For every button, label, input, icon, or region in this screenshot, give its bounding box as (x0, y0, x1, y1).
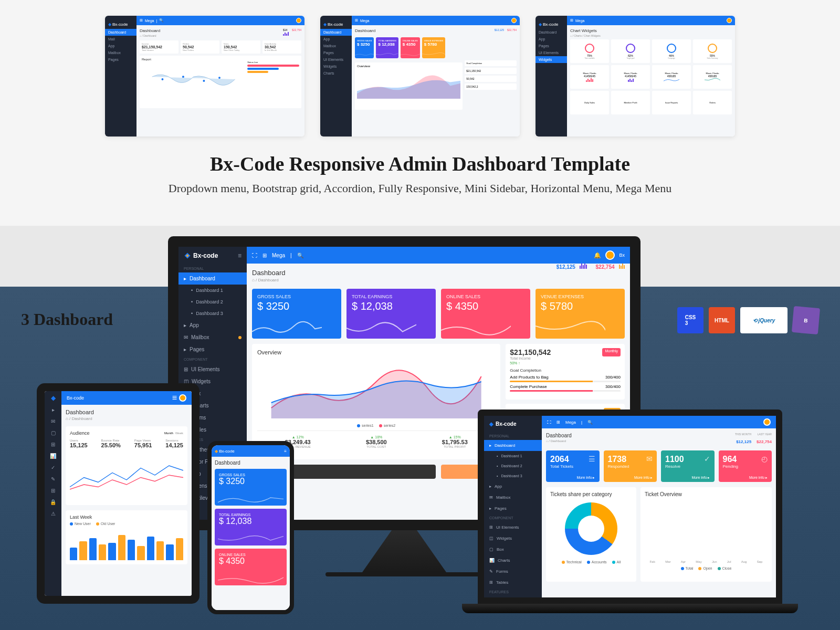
bar-chart: Ticket Overview (640, 487, 772, 582)
tablet-avatar[interactable] (179, 394, 186, 402)
goal-1: Add Products to Bag300/400 (510, 375, 621, 380)
laptop-nav-ui[interactable]: ⊞UI Elements (484, 522, 542, 533)
thumb3-nav-item[interactable]: UI Elements (536, 49, 567, 56)
menu-icon[interactable]: ≡ (172, 393, 177, 403)
search-icon[interactable]: 🔍 (297, 253, 303, 258)
search-icon[interactable]: 🔍 (587, 420, 593, 425)
tablet-nav-icon[interactable]: ✉ (49, 417, 57, 425)
thumb3-nav-item[interactable]: App (536, 36, 567, 43)
thumb1-status-title: Status Live (247, 61, 299, 64)
laptop-nav-dashboard[interactable]: ▸Dashboard (484, 440, 542, 451)
thumb2-avatar[interactable] (511, 18, 517, 23)
laptop-nav-d2[interactable]: •Dashboard 2 (484, 461, 542, 471)
thumb3-nav-widgets[interactable]: Widgets (536, 56, 567, 63)
tablet-nav-icon[interactable]: ✎ (49, 475, 57, 482)
stat-users: Users15,125 (70, 439, 88, 448)
tab-week[interactable]: Week (175, 432, 183, 435)
thumb3-nav-item[interactable]: Pages (536, 43, 567, 49)
tablet-nav-icon[interactable]: 🔒 (49, 498, 57, 506)
thumb2-card-earnings: TOTAL EARNINGS$ 12,038 (376, 37, 398, 58)
thumb1-stats: Income$21,150,542Total Income Orders50,5… (140, 40, 301, 54)
nav-app[interactable]: ▸App (178, 319, 247, 331)
thumb3-avatar[interactable] (727, 18, 732, 23)
tablet-nav-icon[interactable]: ▢ (49, 429, 57, 436)
tablet-nav-icon[interactable]: ⊞ (49, 487, 57, 494)
tablet-brand: Bx-code (67, 395, 84, 401)
tablet-nav-icon[interactable]: ✓ (49, 464, 57, 471)
thumb2-nav-dashboard[interactable]: Dashboard (320, 29, 352, 36)
thumb2-nav-item[interactable]: App (320, 36, 352, 43)
laptop-nav-box[interactable]: ▢Box (484, 544, 542, 555)
nav-dashboard-2[interactable]: •Dashboard 2 (178, 296, 247, 308)
thumb1-nav-mailbox[interactable]: Mailbox (105, 49, 136, 56)
laptop-avatar[interactable] (763, 418, 771, 426)
device-phone: ◆ Bx-code ≡ Dashboard GROSS SALES $ 3250… (207, 441, 294, 614)
widget-last-year: LAST YEAR $22,754 (595, 264, 625, 271)
nav-dashboard[interactable]: ▸Dashboard (178, 272, 247, 285)
nav-dashboard-1[interactable]: •Dashboard 1 (178, 285, 247, 296)
tab-month[interactable]: Month (164, 432, 173, 435)
laptop-nav-forms[interactable]: ✎Forms (484, 566, 542, 577)
nav-mailbox[interactable]: ✉Mailbox (178, 331, 247, 343)
tablet-nav-icon[interactable]: ▸ (49, 406, 57, 413)
laptop-nav-auth[interactable]: 🔒Authentication (484, 596, 542, 597)
tablet-content: Dashboard ⌂ / Dashboard Audience Month W… (61, 405, 192, 596)
laptop-nav-charts[interactable]: 📊Charts (484, 555, 542, 566)
thumb2-nav-item[interactable]: UI Elements (320, 56, 352, 63)
bootstrap-logo-icon: B (792, 306, 820, 334)
stat-views: Page Views75,951 (134, 439, 152, 448)
nav-pages[interactable]: ▸Pages (178, 343, 247, 355)
monitor-base (326, 572, 483, 576)
thumb1-avatar[interactable] (296, 18, 301, 23)
tablet-nav-icon[interactable]: 📊 (49, 452, 57, 459)
laptop-nav-d1[interactable]: •Dashboard 1 (484, 451, 542, 461)
widget-this-month: THIS MONTH $12,125 (556, 264, 587, 271)
monthly-badge[interactable]: Monthly (602, 348, 621, 356)
svg-point-2 (203, 80, 205, 82)
dashboard-icon: ▸ (184, 276, 186, 281)
grid-icon[interactable]: ⊞ (262, 253, 267, 258)
laptop-title: Dashboard (546, 433, 572, 438)
monitor-avatar[interactable] (605, 250, 615, 260)
thumb2-nav-item[interactable]: Mailbox (320, 43, 352, 49)
fullscreen-icon[interactable]: ⛶ (547, 420, 551, 425)
monitor-stat-cards: GROSS SALES $ 3250 TOTAL EARNINGS $ 12,0… (252, 289, 625, 339)
monitor-header-left: ⛶ ⊞ Mega | 🔍 (252, 253, 303, 258)
laptop-nav-widgets[interactable]: ◫Widgets (484, 533, 542, 544)
laptop-tickets: 2064Total Tickets☰More info ▸ 1738Respon… (546, 450, 772, 482)
laptop-content: Dashboard ⌂ / Dashboard THIS MONTH$12,12… (542, 428, 776, 597)
thumb2-nav-item[interactable]: Charts (320, 70, 352, 77)
thumb3-nav-item[interactable]: Dashboard (536, 29, 567, 36)
mega-menu[interactable]: Mega (272, 253, 285, 258)
thumb1-nav-mail[interactable]: Mail (105, 36, 136, 43)
notification-icon[interactable]: 🔔 (594, 252, 601, 259)
thumb1-nav-app[interactable]: App (105, 43, 136, 49)
thumb2-nav-item[interactable]: Pages (320, 49, 352, 56)
laptop-nav-tables[interactable]: ⊞Tables (484, 577, 542, 588)
world-map-icon (142, 61, 245, 103)
thumb1-nav-pages[interactable]: Pages (105, 56, 136, 63)
thumb1-nav-dashboard[interactable]: Dashboard (105, 29, 136, 36)
sparkline-icon (252, 318, 322, 339)
monitor-stand (362, 530, 446, 572)
laptop-nav-d3[interactable]: •Dashboard 3 (484, 471, 542, 481)
tablet-nav-icon[interactable]: ⚠ (49, 510, 57, 517)
laptop-nav-pages[interactable]: ▸Pages (484, 503, 542, 514)
thumb2-nav-item[interactable]: Widgets (320, 63, 352, 70)
donut-icon (565, 502, 617, 555)
fullscreen-icon[interactable]: ⛶ (252, 253, 257, 258)
laptop-nav-app[interactable]: ▸App (484, 481, 542, 492)
monitor-breadcrumb: ⌂ / Dashboard (252, 278, 286, 282)
nav-dashboard-3[interactable]: •Dashboard 3 (178, 308, 247, 319)
sparkline-icon (441, 318, 511, 339)
laptop-nav-mail[interactable]: ✉Mailbox (484, 492, 542, 503)
grid-icon[interactable]: ⊞ (556, 420, 560, 425)
phone-menu-icon[interactable]: ≡ (284, 449, 287, 454)
thumb2-logo: ◆Bx-code (320, 20, 352, 29)
menu-toggle-icon[interactable]: ≡ (238, 252, 242, 259)
thumbnail-row: ◆Bx-code Dashboard Mail App Mailbox Page… (32, 16, 808, 136)
nav-ui[interactable]: ⊞UI Elements (178, 363, 247, 375)
tablet-nav-icon[interactable]: ⊞ (49, 440, 57, 448)
lastweek-card: Last Week New User Old User (66, 510, 187, 564)
svg-point-1 (182, 76, 184, 78)
